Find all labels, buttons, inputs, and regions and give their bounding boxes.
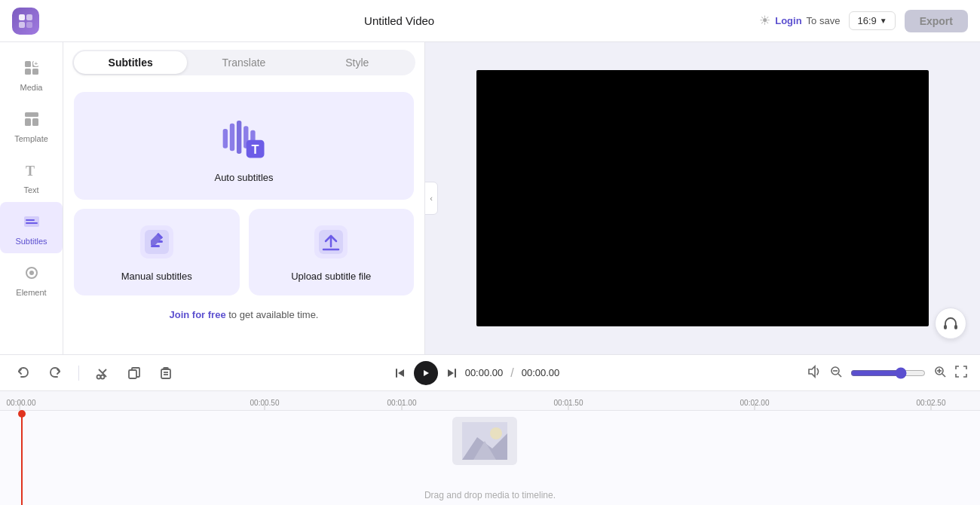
media-icon: + xyxy=(20,56,44,80)
redo-button[interactable] xyxy=(44,362,66,384)
drag-drop-text: Drag and drop media to timeline. xyxy=(424,490,556,500)
redo-icon xyxy=(48,366,62,380)
manual-subtitles-label: Manual subtitles xyxy=(121,271,192,282)
svg-rect-7 xyxy=(32,69,38,75)
app-logo[interactable] xyxy=(12,8,39,35)
cut-button[interactable] xyxy=(91,362,114,384)
tab-subtitles[interactable]: Subtitles xyxy=(74,51,187,74)
sidebar-item-media[interactable]: + Media xyxy=(0,48,63,99)
subtitles-label: Subtitles xyxy=(15,237,47,246)
total-time: 00:00.00 xyxy=(522,367,560,378)
cards-row: Manual subtitles Upload s xyxy=(74,209,414,295)
sidebar-item-element[interactable]: Element xyxy=(0,253,63,305)
skip-end-icon xyxy=(446,367,458,379)
svg-rect-0 xyxy=(19,14,25,20)
cloud-icon: ☀ xyxy=(759,13,770,29)
zoom-out-icon xyxy=(829,365,843,378)
auto-subtitles-label: Auto subtitles xyxy=(214,172,273,183)
element-icon xyxy=(20,261,44,285)
top-bar-center: Untitled Video xyxy=(364,14,434,27)
playhead-dot xyxy=(18,410,26,418)
export-button[interactable]: Export xyxy=(905,10,968,32)
paste-button[interactable] xyxy=(155,362,177,384)
svg-rect-29 xyxy=(151,245,160,247)
zoom-out-button[interactable] xyxy=(829,365,843,381)
svg-text:T: T xyxy=(26,164,35,179)
svg-rect-43 xyxy=(455,369,456,378)
svg-rect-16 xyxy=(26,222,38,224)
headphone-button[interactable] xyxy=(935,308,966,339)
video-title: Untitled Video xyxy=(364,14,434,27)
svg-rect-32 xyxy=(944,325,947,329)
panel-content: T Auto subtitles xyxy=(63,83,424,354)
play-button[interactable] xyxy=(414,361,438,385)
svg-line-50 xyxy=(942,374,945,377)
zoom-in-icon xyxy=(933,365,947,378)
chevron-left-icon: ‹ xyxy=(430,194,433,203)
skip-to-end-button[interactable] xyxy=(446,367,458,379)
top-bar-right: ☀ Login To save 16:9 ▼ Export xyxy=(759,10,968,32)
save-text: To save xyxy=(807,15,841,26)
svg-rect-38 xyxy=(129,370,136,378)
svg-text:T: T xyxy=(251,142,259,156)
timeline: 00:00.00 00:00.50 00:01.00 00:01.50 00:0… xyxy=(0,391,980,505)
join-free-section: Join for free to get available time. xyxy=(74,309,414,320)
collapse-panel-button[interactable]: ‹ xyxy=(425,182,438,215)
fit-icon xyxy=(954,365,968,378)
sidebar-item-subtitles[interactable]: Subtitles xyxy=(0,202,63,253)
play-icon xyxy=(421,369,430,378)
panel-tabs: Subtitles Translate Style xyxy=(72,50,415,75)
manual-subtitles-card[interactable]: Manual subtitles xyxy=(74,209,240,295)
time-separator: / xyxy=(510,366,513,380)
timeline-ruler: 00:00.00 00:00.50 00:01.00 00:01.50 00:0… xyxy=(0,391,980,411)
timeline-content: Drag and drop media to timeline. xyxy=(0,411,980,505)
panel: Subtitles Translate Style xyxy=(63,42,425,354)
playback-controls: 00:00.00 / 00:00.00 xyxy=(394,361,560,385)
zoom-slider[interactable] xyxy=(850,367,926,379)
fit-view-button[interactable] xyxy=(954,365,968,381)
logo-icon xyxy=(17,13,34,29)
upload-subtitle-card[interactable]: Upload subtitle file xyxy=(249,209,415,295)
media-thumbnail[interactable] xyxy=(452,417,517,465)
bottom-section: 00:00.00 / 00:00.00 xyxy=(0,354,980,505)
sidebar-item-template[interactable]: Template xyxy=(0,99,63,151)
top-bar: Untitled Video ☀ Login To save 16:9 ▼ Ex… xyxy=(0,0,980,42)
volume-button[interactable] xyxy=(807,364,822,382)
auto-subtitles-card[interactable]: T Auto subtitles xyxy=(74,92,414,200)
volume-icon xyxy=(807,364,822,379)
paste-icon xyxy=(159,366,173,380)
skip-to-start-button[interactable] xyxy=(394,367,406,379)
skip-start-icon xyxy=(394,367,406,379)
element-label: Element xyxy=(16,288,46,297)
tab-style[interactable]: Style xyxy=(301,51,414,74)
template-label: Template xyxy=(14,134,48,143)
undo-button[interactable] xyxy=(12,362,35,384)
tab-translate[interactable]: Translate xyxy=(187,51,300,74)
login-link[interactable]: Login xyxy=(775,15,801,26)
landscape-thumbnail-icon xyxy=(462,422,507,460)
svg-rect-14 xyxy=(24,216,39,227)
svg-text:+: + xyxy=(34,60,38,67)
svg-rect-21 xyxy=(236,121,240,154)
drag-drop-area: Drag and drop media to timeline. xyxy=(0,490,980,500)
manual-subtitles-icon xyxy=(140,225,173,262)
join-text: to get available time. xyxy=(228,309,318,320)
video-canvas xyxy=(476,70,929,326)
main-body: + Media Template T Text xyxy=(0,42,980,354)
zoom-in-button[interactable] xyxy=(933,365,947,381)
top-bar-left xyxy=(12,8,39,35)
copy-button[interactable] xyxy=(123,362,145,384)
aspect-ratio-label: 16:9 xyxy=(857,15,876,26)
svg-rect-3 xyxy=(26,22,32,28)
join-free-link[interactable]: Join for free xyxy=(170,309,226,320)
template-icon xyxy=(20,107,44,131)
media-label: Media xyxy=(20,83,43,92)
svg-point-37 xyxy=(101,375,105,378)
sidebar: + Media Template T Text xyxy=(0,42,63,354)
upload-subtitle-label: Upload subtitle file xyxy=(291,271,371,282)
svg-rect-4 xyxy=(25,61,31,67)
sidebar-item-text[interactable]: T Text xyxy=(0,151,63,202)
aspect-ratio-button[interactable]: 16:9 ▼ xyxy=(849,11,895,30)
copy-icon xyxy=(127,366,141,380)
chevron-down-icon: ▼ xyxy=(880,17,887,25)
